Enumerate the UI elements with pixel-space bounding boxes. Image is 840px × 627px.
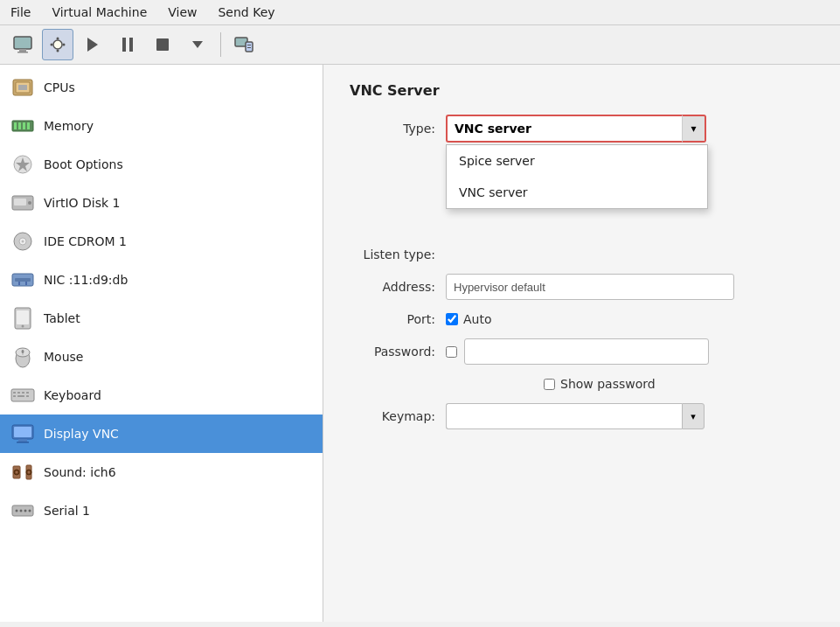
dropdown-arrow-button[interactable] bbox=[182, 29, 213, 60]
svg-rect-9 bbox=[122, 38, 126, 52]
sidebar-label-keyboard: Keyboard bbox=[44, 388, 101, 402]
sidebar-item-virtio-disk[interactable]: VirtIO Disk 1 bbox=[0, 184, 323, 222]
virtio-disk-icon bbox=[10, 191, 35, 215]
show-password-label: Show password bbox=[560, 377, 656, 391]
sidebar-item-sound[interactable]: Sound: ich6 bbox=[0, 453, 323, 491]
type-dropdown-button[interactable]: VNC server bbox=[446, 115, 682, 143]
password-checkbox[interactable] bbox=[446, 346, 457, 358]
sidebar-item-ide-cdrom[interactable]: IDE CDROM 1 bbox=[0, 222, 323, 261]
sidebar-label-display-vnc: Display VNC bbox=[44, 427, 119, 441]
sidebar: CPUs Memory Boot bbox=[0, 65, 323, 622]
svg-rect-50 bbox=[26, 395, 29, 397]
stop-button[interactable] bbox=[147, 29, 178, 60]
svg-rect-34 bbox=[18, 282, 20, 285]
show-password-row: Show password bbox=[544, 377, 814, 391]
serial-icon bbox=[10, 498, 35, 523]
mouse-icon bbox=[10, 345, 35, 369]
toolbar-separator bbox=[220, 32, 221, 57]
svg-rect-14 bbox=[246, 42, 253, 52]
dropdown-option-spice[interactable]: Spice server bbox=[447, 145, 707, 177]
svg-rect-22 bbox=[18, 122, 21, 129]
type-dropdown-menu: Spice server VNC server bbox=[446, 144, 708, 209]
dropdown-option-vnc[interactable]: VNC server bbox=[447, 177, 707, 208]
sidebar-item-nic[interactable]: NIC :11:d9:db bbox=[0, 261, 323, 299]
remote-viewer-button[interactable] bbox=[228, 29, 260, 60]
pause-button[interactable] bbox=[112, 29, 143, 60]
nic-icon bbox=[10, 268, 35, 292]
monitor-button[interactable] bbox=[7, 29, 38, 60]
sidebar-label-boot-options: Boot Options bbox=[44, 157, 123, 171]
svg-rect-24 bbox=[27, 122, 30, 129]
svg-rect-15 bbox=[247, 45, 251, 45]
port-row: Port: Auto bbox=[350, 312, 814, 326]
svg-rect-11 bbox=[156, 38, 169, 51]
svg-marker-8 bbox=[87, 38, 98, 52]
svg-rect-44 bbox=[13, 392, 16, 394]
svg-rect-47 bbox=[26, 392, 29, 394]
keymap-input[interactable] bbox=[446, 403, 682, 429]
auto-checkbox[interactable] bbox=[446, 313, 458, 325]
menu-send-key[interactable]: Send Key bbox=[214, 3, 278, 21]
svg-rect-54 bbox=[17, 442, 29, 443]
main-content: CPUs Memory Boot bbox=[0, 65, 840, 622]
password-input[interactable] bbox=[464, 338, 709, 365]
sidebar-label-ide-cdrom: IDE CDROM 1 bbox=[44, 234, 127, 248]
address-input[interactable] bbox=[446, 274, 734, 300]
type-row: Type: VNC server ▾ Spice server VNC serv… bbox=[350, 115, 814, 143]
tablet-icon bbox=[10, 306, 35, 331]
sidebar-label-tablet: Tablet bbox=[44, 311, 80, 325]
sidebar-item-serial[interactable]: Serial 1 bbox=[0, 491, 323, 530]
svg-rect-53 bbox=[18, 439, 27, 442]
svg-point-7 bbox=[63, 44, 66, 46]
sidebar-item-tablet[interactable]: Tablet bbox=[0, 299, 323, 338]
svg-rect-33 bbox=[15, 278, 31, 282]
svg-rect-27 bbox=[14, 199, 26, 206]
keymap-label: Keymap: bbox=[350, 409, 446, 423]
sidebar-item-cpus[interactable]: CPUs bbox=[0, 68, 323, 107]
svg-point-4 bbox=[57, 38, 59, 40]
svg-rect-52 bbox=[14, 427, 31, 437]
svg-point-65 bbox=[29, 510, 31, 512]
auto-label: Auto bbox=[463, 312, 492, 326]
svg-point-64 bbox=[24, 510, 27, 512]
type-dropdown-arrow[interactable]: ▾ bbox=[682, 115, 706, 143]
boot-options-icon bbox=[10, 152, 35, 177]
settings-button[interactable] bbox=[42, 29, 73, 60]
svg-rect-0 bbox=[14, 37, 31, 49]
svg-point-5 bbox=[57, 50, 59, 52]
auto-checkbox-wrapper: Auto bbox=[446, 312, 492, 326]
listen-type-label: Listen type: bbox=[350, 247, 446, 261]
svg-point-42 bbox=[22, 350, 24, 353]
show-password-checkbox[interactable] bbox=[544, 379, 555, 390]
menu-file[interactable]: File bbox=[7, 3, 34, 21]
sidebar-item-memory[interactable]: Memory bbox=[0, 107, 323, 145]
sidebar-label-memory: Memory bbox=[44, 119, 94, 133]
keymap-dropdown: ▾ bbox=[446, 403, 705, 429]
address-label: Address: bbox=[350, 280, 446, 294]
sidebar-item-mouse[interactable]: Mouse bbox=[0, 338, 323, 376]
menubar: File Virtual Machine View Send Key bbox=[0, 0, 840, 25]
svg-rect-35 bbox=[25, 282, 27, 285]
svg-rect-46 bbox=[22, 392, 24, 394]
section-title: VNC Server bbox=[350, 82, 814, 99]
address-row: Address: bbox=[350, 274, 814, 300]
sidebar-item-display-vnc[interactable]: Display VNC bbox=[0, 415, 323, 453]
svg-rect-48 bbox=[13, 395, 16, 397]
password-row: Password: bbox=[350, 338, 814, 365]
type-dropdown-wrapper: VNC server ▾ bbox=[446, 115, 706, 143]
play-button[interactable] bbox=[77, 29, 108, 60]
menu-view[interactable]: View bbox=[164, 3, 200, 21]
sidebar-label-mouse: Mouse bbox=[44, 350, 83, 364]
svg-rect-21 bbox=[14, 122, 17, 129]
svg-point-57 bbox=[16, 471, 18, 474]
svg-point-3 bbox=[53, 40, 62, 49]
type-selected-value: VNC server bbox=[455, 122, 531, 136]
type-dropdown-container: VNC server ▾ Spice server VNC server bbox=[446, 115, 706, 143]
sidebar-item-keyboard[interactable]: Keyboard bbox=[0, 376, 323, 415]
sidebar-label-virtio-disk: VirtIO Disk 1 bbox=[44, 196, 120, 210]
keymap-dropdown-arrow[interactable]: ▾ bbox=[682, 403, 705, 429]
menu-virtual-machine[interactable]: Virtual Machine bbox=[48, 3, 150, 21]
svg-rect-45 bbox=[17, 392, 20, 394]
svg-rect-1 bbox=[19, 49, 26, 52]
sidebar-item-boot-options[interactable]: Boot Options bbox=[0, 145, 323, 184]
